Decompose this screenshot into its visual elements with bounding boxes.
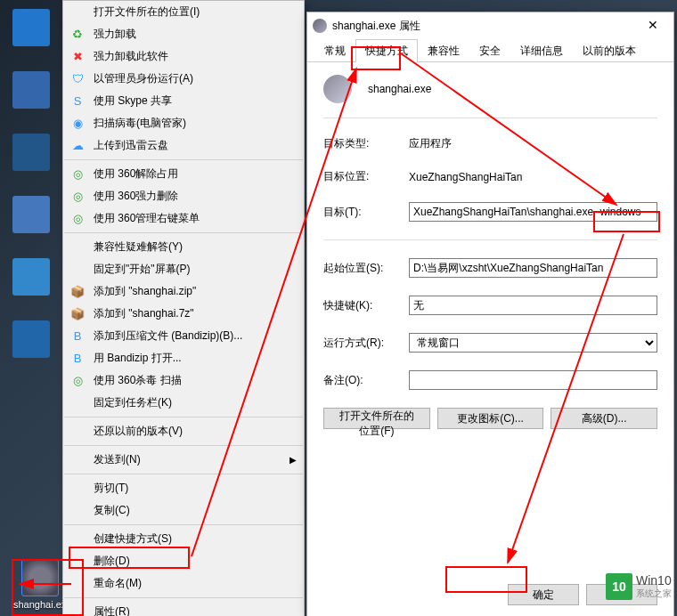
input-comment[interactable] xyxy=(409,370,657,390)
input-target[interactable] xyxy=(409,202,657,222)
btn-ok[interactable]: 确定 xyxy=(508,584,579,605)
properties-dialog: shanghai.exe 属性 ✕ 常规 快捷方式 兼容性 安全 详细信息 以前… xyxy=(306,12,674,616)
app-icon xyxy=(313,19,327,33)
separator xyxy=(64,597,303,598)
desktop-icon[interactable] xyxy=(4,320,58,361)
label-run: 运行方式(R): xyxy=(323,336,409,351)
blank-icon xyxy=(70,504,85,518)
ctx-create-shortcut[interactable]: 创建快捷方式(S) xyxy=(63,528,304,550)
watermark-sub: 系统之家 xyxy=(636,588,672,600)
blank-icon xyxy=(70,482,85,496)
blank-icon xyxy=(70,605,85,617)
tabs: 常规 快捷方式 兼容性 安全 详细信息 以前的版本 xyxy=(307,39,673,62)
ctx-run-admin[interactable]: 🛡以管理员身份运行(A) xyxy=(63,68,304,90)
tab-shortcut[interactable]: 快捷方式 xyxy=(355,39,418,62)
bandizip-icon: B xyxy=(70,329,85,344)
label-start: 起始位置(S): xyxy=(323,261,409,276)
ctx-bandizip-open[interactable]: B用 Bandizip 打开... xyxy=(63,347,304,369)
ctx-force-uninstall[interactable]: ♻强力卸载 xyxy=(63,23,304,45)
label-loc: 目标位置: xyxy=(323,169,409,184)
desktop-icon[interactable] xyxy=(4,196,58,236)
btn-change-icon[interactable]: 更改图标(C)... xyxy=(437,408,544,429)
360-icon: ◎ xyxy=(70,190,85,204)
titlebar: shanghai.exe 属性 ✕ xyxy=(307,12,673,39)
ctx-upload-cloud[interactable]: ☁上传到迅雷云盘 xyxy=(63,134,304,157)
blank-icon xyxy=(70,396,85,410)
context-menu: 打开文件所在的位置(I) ♻强力卸载 ✖强力卸载此软件 🛡以管理员身份运行(A)… xyxy=(62,0,305,616)
ctx-add-7z[interactable]: 📦添加到 "shanghai.7z" xyxy=(63,303,304,325)
input-shortcut[interactable] xyxy=(409,296,657,315)
ctx-360-rightmenu[interactable]: ◎使用 360管理右键菜单 xyxy=(63,207,304,230)
tab-security[interactable]: 安全 xyxy=(469,39,510,61)
separator xyxy=(64,524,303,525)
blank-icon xyxy=(70,555,85,569)
watermark-logo: 10 xyxy=(606,573,632,600)
blank-icon xyxy=(70,453,85,467)
ctx-rename[interactable]: 重命名(M) xyxy=(63,572,304,595)
ctx-open-location[interactable]: 打开文件所在的位置(I) xyxy=(63,1,304,23)
divider xyxy=(323,118,657,118)
ctx-360-del[interactable]: ◎使用 360强力删除 xyxy=(63,185,304,207)
ctx-add-zip[interactable]: 📦添加到 "shanghai.zip" xyxy=(63,280,304,303)
desktop-icon-shanghai[interactable]: shanghai.exe xyxy=(13,559,67,610)
ctx-cut[interactable]: 剪切(T) xyxy=(63,477,304,499)
360-icon: ◎ xyxy=(70,167,85,182)
watermark: 10 Win10 系统之家 xyxy=(606,573,672,600)
tab-details[interactable]: 详细信息 xyxy=(510,39,573,61)
cloud-icon: ☁ xyxy=(70,139,85,153)
blank-icon xyxy=(70,240,85,255)
select-run[interactable]: 常规窗口 xyxy=(409,333,657,353)
zip-icon: 📦 xyxy=(70,307,85,321)
label-type: 目标类型: xyxy=(323,136,409,151)
blank-icon xyxy=(70,5,85,20)
skype-icon: S xyxy=(70,94,85,109)
ctx-scan-virus[interactable]: ◉扫描病毒(电脑管家) xyxy=(63,112,304,134)
chevron-right-icon: ▶ xyxy=(290,455,297,465)
bandizip-icon: B xyxy=(70,352,85,366)
app-large-icon xyxy=(323,75,352,103)
tab-pane: shanghai.exe 目标类型:应用程序 目标位置:XueZhangShan… xyxy=(307,62,673,442)
dialog-title: shanghai.exe 属性 xyxy=(332,19,638,34)
separator xyxy=(64,232,303,233)
ctx-properties[interactable]: 属性(R) xyxy=(63,601,304,616)
recycle-icon: ♻ xyxy=(70,28,85,42)
tab-previous[interactable]: 以前的版本 xyxy=(573,39,646,61)
360-icon: ◎ xyxy=(70,212,85,226)
blank-icon xyxy=(70,425,85,439)
ctx-pin-start[interactable]: 固定到"开始"屏幕(P) xyxy=(63,258,304,280)
ctx-skype-share[interactable]: S使用 Skype 共享 xyxy=(63,90,304,112)
divider xyxy=(323,239,657,240)
label-comment: 备注(O): xyxy=(323,373,409,388)
ctx-pin-taskbar[interactable]: 固定到任务栏(K) xyxy=(63,392,304,414)
app-name: shanghai.exe xyxy=(368,83,431,95)
desktop-icon-label: shanghai.exe xyxy=(13,599,67,610)
ctx-copy[interactable]: 复制(C) xyxy=(63,499,304,522)
ctx-compat[interactable]: 兼容性疑难解答(Y) xyxy=(63,236,304,258)
desktop-icon[interactable] xyxy=(4,71,58,111)
input-start[interactable] xyxy=(409,258,657,278)
ctx-delete[interactable]: 删除(D) xyxy=(63,550,304,572)
zip-icon: 📦 xyxy=(70,285,85,299)
desktop-icon[interactable] xyxy=(4,9,58,49)
btn-open-location[interactable]: 打开文件所在的位置(F) xyxy=(323,408,430,429)
desktop-icon[interactable] xyxy=(4,134,58,174)
tab-general[interactable]: 常规 xyxy=(314,39,355,61)
scan-icon: ◉ xyxy=(70,117,85,131)
separator xyxy=(64,159,303,160)
ctx-360-scan[interactable]: ◎使用 360杀毒 扫描 xyxy=(63,369,304,392)
separator xyxy=(64,417,303,417)
ctx-force-uninstall-soft[interactable]: ✖强力卸载此软件 xyxy=(63,45,304,68)
x-icon: ✖ xyxy=(70,50,85,64)
blank-icon xyxy=(70,577,85,591)
ctx-bandizip-add[interactable]: B添加到压缩文件 (Bandizip)(B)... xyxy=(63,325,304,347)
ctx-360-unlock[interactable]: ◎使用 360解除占用 xyxy=(63,163,304,185)
blank-icon xyxy=(70,263,85,277)
watermark-title: Win10 xyxy=(636,573,672,588)
ctx-send-to[interactable]: 发送到(N)▶ xyxy=(63,449,304,471)
tab-compat[interactable]: 兼容性 xyxy=(418,39,469,61)
close-button[interactable]: ✕ xyxy=(638,14,668,37)
label-shortcut: 快捷键(K): xyxy=(323,298,409,313)
btn-advanced[interactable]: 高级(D)... xyxy=(551,408,657,429)
ctx-restore-prev[interactable]: 还原以前的版本(V) xyxy=(63,420,304,442)
desktop-icon[interactable] xyxy=(4,258,58,298)
